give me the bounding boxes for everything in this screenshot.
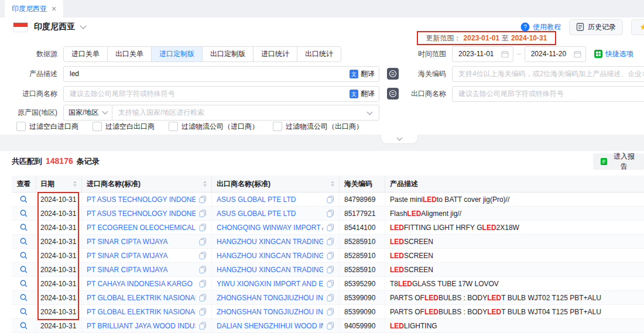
copy-icon[interactable] [199,252,207,259]
quick-options-link[interactable]: 快捷选项 [594,49,633,59]
collapse-handle[interactable] [381,135,418,144]
view-button[interactable] [12,263,36,276]
filter-checkbox[interactable]: 过滤物流公司（进口商） [169,122,259,132]
checkbox-box-icon[interactable] [93,122,102,131]
copy-icon[interactable] [199,210,207,217]
tab-indonesia[interactable]: 印度尼西亚 × [5,0,63,18]
report-button[interactable]: 进入报告 [593,153,644,170]
hs-code-field [452,66,644,82]
hs-code-input[interactable] [453,70,644,78]
column-header-3[interactable]: 进口商名称(标准) [82,176,212,192]
filter-checkbox[interactable]: 过滤物流公司（出口商） [273,122,363,132]
view-button[interactable] [12,193,36,206]
exporter-cell: ZHONGSHAN TONGJIUZHOU INTERNA... [212,305,340,318]
importer-link[interactable]: PT SINAR CIPTA WIJAYA [87,266,196,274]
data-source-tab[interactable]: 出口关单 [107,46,152,62]
favorite-button[interactable]: ★ [631,19,644,35]
exporter-link[interactable]: HANGZHOU XINGCAN TRADING CO LTD [217,238,323,246]
importer-link[interactable]: PT SINAR CIPTA WIJAYA [87,238,196,246]
data-source-tab[interactable]: 进口统计 [253,46,297,62]
copy-icon[interactable] [199,308,207,315]
data-source-tab[interactable]: 出口定制版 [202,46,254,62]
data-source-tab[interactable]: 出口统计 [297,46,341,62]
origin-type-value: 国家/地区 [68,108,98,118]
exporter-link[interactable]: ASUS GLOBAL PTE LTD [217,195,323,204]
checkbox-box-icon[interactable] [16,122,26,131]
copy-icon[interactable] [327,210,334,217]
copy-icon[interactable] [199,238,207,245]
circled-lines-icon[interactable] [387,88,399,99]
copy-icon[interactable] [327,266,334,273]
copy-icon[interactable] [199,322,207,329]
date-cell: 2024-10-31 [36,319,82,332]
exporter-link[interactable]: ZHONGSHAN TONGJIUZHOU INTERNA... [217,308,323,316]
exporter-link[interactable]: YIWU XIONGXIN IMPORT AND EXPORT... [217,280,323,288]
copy-icon[interactable] [199,294,207,301]
update-range-annotation-box: 更新范围： 2023-01-01 至 2024-10-31 [417,31,556,45]
tab-close-icon[interactable]: × [52,4,56,13]
sort-icon[interactable] [200,181,207,187]
calendar-icon[interactable] [501,50,509,58]
tab-title: 印度尼西亚 [12,4,47,14]
importer-link[interactable]: PT GLOBAL ELEKTRIK NASIONAL [87,308,196,316]
exporter-link[interactable]: HANGZHOU XINGCAN TRADING CO LTD [217,252,323,260]
copy-icon[interactable] [327,238,334,245]
circled-lines-icon[interactable] [387,68,399,80]
exporter-link[interactable]: ZHONGSHAN TONGJIUZHOU INTERNA... [217,294,323,302]
table-row: 2024-10-31PT SINAR CIPTA WIJAYAHANGZHOU … [12,235,644,249]
data-source-tab[interactable]: 进口关单 [63,46,108,62]
exporter-link[interactable]: ASUS GLOBAL PTE LTD [217,210,323,218]
exporter-label: 出口商名称 [404,89,446,99]
translate-button[interactable]: 文 翻译 [350,87,375,101]
importer-link[interactable]: PT CAHAYA INDONESIA KARGO [87,280,196,288]
chevron-down-icon[interactable] [80,22,86,29]
copy-icon[interactable] [199,266,207,273]
checkbox-box-icon[interactable] [169,122,178,131]
view-button[interactable] [12,235,36,248]
view-button[interactable] [12,277,36,290]
exporter-link[interactable]: CHONGQING WINWAY IMPORT AND E... [217,224,323,232]
sort-icon[interactable] [70,181,77,187]
importer-link[interactable]: PT SINAR CIPTA WIJAYA [87,252,196,260]
copy-icon[interactable] [327,224,334,231]
view-button[interactable] [12,249,36,262]
importer-link[interactable]: PT ECOGREEN OLEOCHEMICALS [87,224,196,232]
copy-icon[interactable] [199,195,207,203]
copy-icon[interactable] [327,294,334,301]
view-button[interactable] [12,319,36,332]
data-source-tab[interactable]: 进口定制版 [151,46,203,62]
importer-input[interactable] [64,90,379,98]
history-button[interactable]: 历史记录 [569,19,623,35]
view-button[interactable] [12,305,36,318]
importer-link[interactable]: PT GLOBAL ELEKTRIK NASIONAL [87,294,196,302]
copy-icon[interactable] [327,195,334,203]
exporter-link[interactable]: DALIAN SHENGZHIHUI WOOD INDUST... [217,322,323,330]
view-button[interactable] [12,291,36,304]
exporter-link[interactable]: HANGZHOU XINGCAN TRADING CO LTD [217,266,323,274]
copy-icon[interactable] [199,280,207,287]
view-button[interactable] [12,221,36,234]
copy-icon[interactable] [327,280,334,287]
exporter-input[interactable] [453,90,644,98]
translate-button[interactable]: 文 翻译 [350,67,375,81]
copy-icon[interactable] [327,322,334,329]
copy-icon[interactable] [199,224,207,231]
importer-link[interactable]: PT ASUS TECHNOLOGY INDONESIA BA... [87,195,196,204]
country-name[interactable]: 印度尼西亚 [34,22,75,32]
importer-link[interactable]: PT BRILLIANT JAYA WOOD INDUSTRY [87,322,196,330]
tutorial-link[interactable]: ? 使用教程 [520,22,561,32]
sort-icon[interactable] [327,181,334,187]
filter-checkbox[interactable]: 过滤空白出口商 [93,122,155,132]
column-header-2[interactable]: 日期 [36,176,82,192]
filter-checkbox[interactable]: 过滤空白进口商 [16,122,78,132]
view-button[interactable] [12,207,36,220]
column-header-4[interactable]: 出口商名称(标准) [212,176,340,192]
origin-search-input[interactable] [112,108,379,116]
importer-cell: PT SINAR CIPTA WIJAYA [82,263,212,276]
copy-icon[interactable] [327,308,334,315]
calendar-icon[interactable] [574,50,581,58]
product-desc-input[interactable] [64,70,379,78]
importer-link[interactable]: PT ASUS TECHNOLOGY INDONESIA BA... [87,210,196,218]
checkbox-box-icon[interactable] [273,122,282,131]
copy-icon[interactable] [327,252,334,259]
